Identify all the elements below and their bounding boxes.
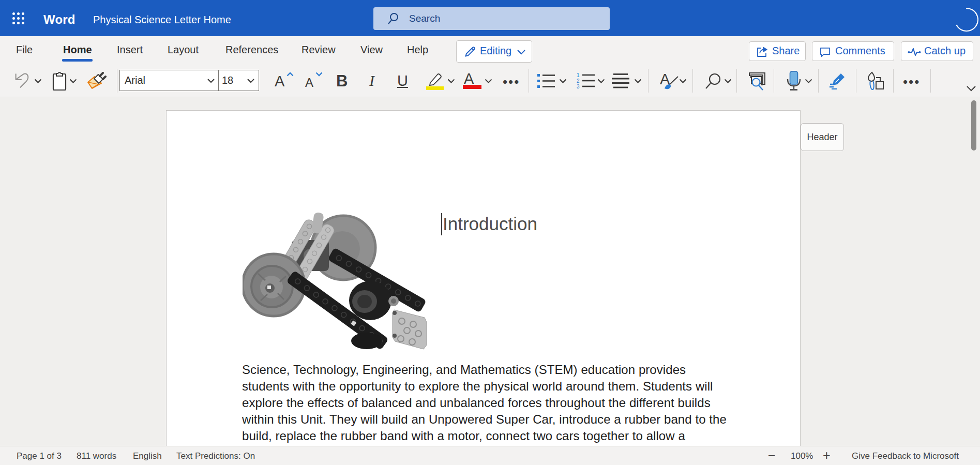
svg-text:1: 1 [577,72,580,78]
svg-text:2: 2 [577,78,580,84]
svg-text:3: 3 [577,84,580,89]
